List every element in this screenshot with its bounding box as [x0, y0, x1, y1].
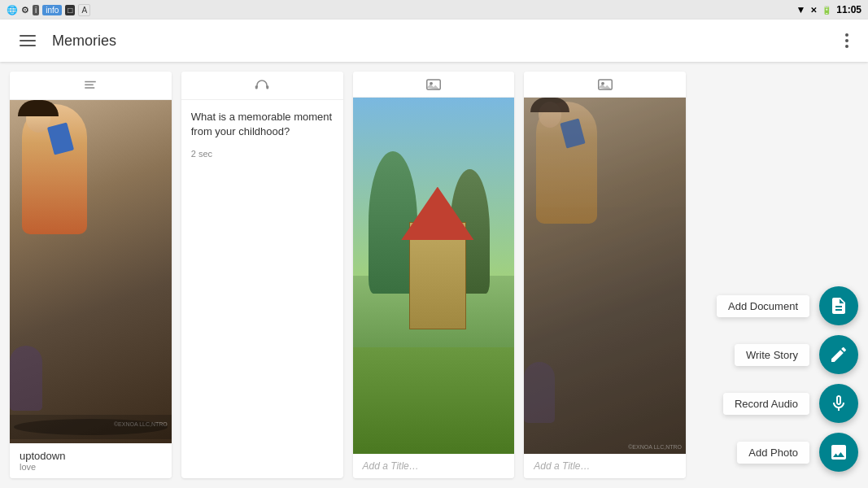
card-text-content-2: What is a memorable moment from your chi…	[181, 100, 343, 478]
document-icon	[829, 296, 848, 316]
card-header-1	[10, 72, 172, 100]
status-bar-left: 🌐 ⚙ i info □ A	[7, 4, 90, 16]
main-content: ©EXNOA LLC,NTRO uptodown love	[0, 62, 868, 488]
settings-icon: ⚙	[21, 5, 29, 15]
app-bar: Memories	[0, 20, 868, 62]
more-options-button[interactable]	[839, 27, 855, 54]
text-icon	[83, 78, 98, 93]
card-footer-3: Add a Title…	[353, 454, 515, 478]
fab-item-add-photo: Add Photo	[737, 433, 858, 472]
add-photo-button[interactable]	[819, 433, 858, 472]
write-story-label: Write Story	[735, 344, 809, 366]
add-document-button[interactable]	[819, 286, 858, 325]
fab-item-record-audio: Record Audio	[723, 384, 858, 423]
hamburger-line-1	[20, 35, 36, 37]
card-image-1: ©EXNOA LLC,NTRO	[10, 100, 172, 443]
hamburger-line-2	[20, 40, 36, 41]
card-duration-2: 2 sec	[191, 149, 212, 159]
memory-card-3[interactable]: Add a Title…	[353, 72, 515, 478]
character-image-4: ©EXNOA LLC,NTRO	[524, 98, 686, 454]
globe-icon: 🌐	[7, 5, 18, 15]
photo-icon-3	[426, 79, 441, 90]
more-dot-1	[845, 33, 848, 37]
record-audio-label: Record Audio	[723, 393, 809, 415]
app-title: Memories	[52, 33, 839, 50]
time-display: 11:05	[836, 4, 861, 15]
write-story-button[interactable]	[819, 335, 858, 374]
memory-card-4[interactable]: ©EXNOA LLC,NTRO Add a Title…	[524, 72, 686, 478]
more-dot-3	[845, 45, 848, 48]
card-header-3	[353, 72, 515, 98]
card-footer-1: uptodown love	[10, 443, 172, 478]
record-audio-button[interactable]	[819, 384, 858, 423]
box2-icon: □	[65, 5, 75, 15]
card-footer-4: Add a Title…	[524, 454, 686, 478]
photo-add-icon	[829, 442, 848, 462]
memory-card-2[interactable]: What is a memorable moment from your chi…	[181, 72, 343, 478]
svg-rect-4	[266, 85, 268, 89]
memory-card-1[interactable]: ©EXNOA LLC,NTRO uptodown love	[10, 72, 172, 478]
card-image-3	[353, 98, 515, 454]
add-photo-label: Add Photo	[737, 442, 809, 464]
a-icon: A	[78, 4, 90, 16]
battery-icon: 🔋	[822, 6, 831, 15]
status-bar: 🌐 ⚙ i info □ A ▼ ✕ 🔋 11:05	[0, 0, 868, 20]
mic-icon	[829, 394, 848, 413]
card-header-4	[524, 72, 686, 98]
add-document-label: Add Document	[717, 295, 809, 317]
svg-rect-3	[255, 85, 258, 89]
cards-area: ©EXNOA LLC,NTRO uptodown love	[10, 72, 686, 478]
landscape-image-3	[353, 98, 515, 454]
wifi-icon: ▼	[796, 4, 805, 15]
fab-item-write-story: Write Story	[735, 335, 858, 374]
headphones-icon	[255, 78, 269, 93]
fab-item-add-document: Add Document	[717, 286, 858, 325]
card-add-title-4: Add a Title…	[534, 460, 676, 472]
svg-rect-2	[85, 87, 95, 89]
hamburger-button[interactable]	[13, 28, 42, 53]
card-add-title-3: Add a Title…	[363, 460, 505, 472]
more-dot-2	[845, 39, 848, 42]
card-subtitle-1: love	[20, 462, 162, 472]
photo-icon-4	[598, 79, 613, 90]
card-question-2: What is a memorable moment from your chi…	[191, 110, 334, 139]
card-header-2	[181, 72, 343, 100]
box-icon: i	[33, 5, 39, 15]
card-title-1: uptodown	[20, 450, 162, 462]
write-icon	[829, 345, 848, 364]
info-icon: info	[42, 5, 62, 15]
card-image-4: ©EXNOA LLC,NTRO	[524, 98, 686, 454]
fab-area: Add Document Write Story Record Audio	[696, 72, 858, 478]
status-bar-right: ▼ ✕ 🔋 11:05	[796, 4, 861, 15]
hamburger-line-3	[20, 45, 36, 46]
svg-rect-1	[85, 85, 94, 86]
signal-icon: ✕	[810, 6, 817, 15]
svg-rect-0	[85, 81, 97, 83]
character-image-1: ©EXNOA LLC,NTRO	[10, 100, 172, 443]
